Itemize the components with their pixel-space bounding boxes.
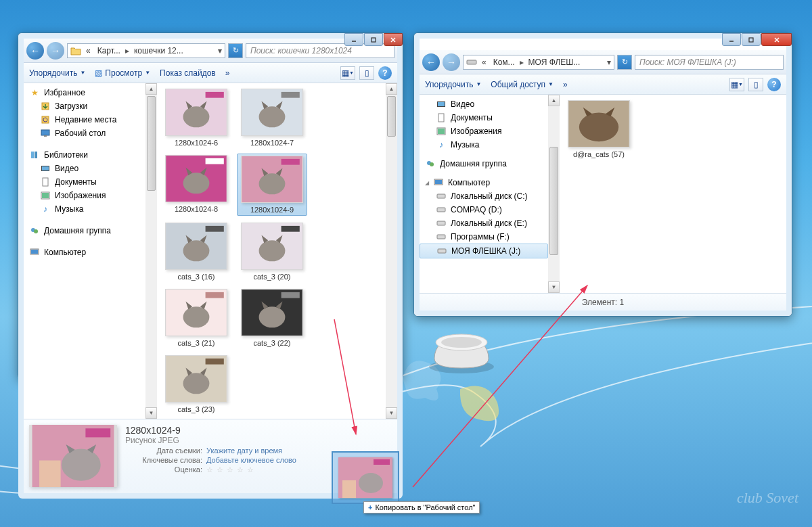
files-scrollbar[interactable]: ▲ ▼ — [386, 83, 397, 419]
forward-button[interactable]: → — [443, 53, 460, 71]
refresh-button[interactable]: ↻ — [228, 43, 243, 58]
sidebar-item-documents[interactable]: Документы — [420, 111, 548, 124]
breadcrumb[interactable]: « Карт...▸ кошечки 12... ▾ — [67, 43, 225, 58]
desktop-drive-icon[interactable] — [424, 326, 499, 377]
preview-pane-button[interactable]: ▯ — [748, 78, 763, 91]
titlebar[interactable] — [18, 33, 403, 39]
file-thumbnail[interactable]: 1280x1024-9 — [237, 154, 307, 216]
titlebar[interactable] — [414, 33, 792, 50]
libraries-icon — [29, 150, 40, 160]
file-thumbnail[interactable]: cats_3 (23) — [161, 354, 231, 415]
toolbar: Упорядочить ▼ ▧ Просмотр ▼ Показ слайдов… — [24, 63, 397, 83]
svg-rect-57 — [438, 102, 445, 106]
back-button[interactable]: ← — [422, 53, 440, 71]
view-mode-button[interactable]: ▦▼ — [340, 66, 355, 80]
svg-point-37 — [259, 240, 286, 261]
drive-icon — [436, 231, 447, 242]
video-icon — [40, 163, 51, 174]
svg-point-71 — [579, 112, 618, 141]
maximize-button[interactable] — [364, 33, 383, 46]
svg-rect-55 — [467, 60, 476, 64]
svg-rect-39 — [206, 292, 224, 298]
details-keywords[interactable]: Добавьте ключевое слово — [206, 456, 296, 464]
documents-icon — [40, 177, 51, 187]
file-thumbnail[interactable]: 1280x1024-7 — [237, 87, 307, 148]
sidebar-item-music[interactable]: ♪Музыка — [420, 138, 548, 152]
sidebar-homegroup[interactable]: Домашняя группа — [420, 157, 548, 170]
slideshow-button[interactable]: Показ слайдов — [160, 68, 216, 78]
sidebar-item-drive-c[interactable]: Локальный диск (C:) — [420, 189, 548, 203]
breadcrumb[interactable]: « Ком...▸ МОЯ ФЛЕШ... ▾ — [463, 55, 614, 70]
drive-icon — [436, 191, 447, 202]
sidebar-item-pictures[interactable]: Изображения — [24, 189, 145, 202]
file-thumbnail[interactable]: 1280x1024-6 — [161, 87, 231, 148]
file-thumbnail[interactable]: cats_3 (22) — [237, 288, 307, 348]
organize-button[interactable]: Упорядочить ▼ — [425, 80, 481, 89]
svg-rect-8 — [44, 135, 47, 137]
share-button[interactable]: Общий доступ ▼ — [491, 80, 554, 89]
minimize-button[interactable] — [722, 33, 741, 46]
sidebar-computer[interactable]: Компьютер — [24, 246, 145, 259]
sidebar-item-recent[interactable]: Недавние места — [24, 113, 145, 127]
sidebar-libraries-head[interactable]: Библиотеки — [24, 148, 145, 162]
sidebar-item-pictures[interactable]: Изображения — [420, 124, 548, 138]
refresh-button[interactable]: ↻ — [617, 55, 632, 70]
forward-button[interactable]: → — [47, 42, 64, 60]
file-thumbnail[interactable]: cats_3 (21) — [161, 288, 231, 348]
sidebar-item-drive-e[interactable]: Локальный диск (E:) — [420, 216, 548, 230]
sidebar-item-music[interactable]: ♪Музыка — [24, 202, 145, 216]
help-button[interactable]: ? — [378, 66, 392, 80]
pictures-icon — [436, 126, 447, 137]
drag-ghost — [332, 451, 399, 504]
sidebar-favorites-head[interactable]: ★Избранное — [24, 86, 145, 99]
sidebar-item-desktop[interactable]: Рабочий стол — [24, 127, 145, 140]
close-button[interactable] — [384, 33, 403, 46]
details-filename: 1280x1024-9 — [125, 425, 392, 436]
organize-button[interactable]: Упорядочить ▼ — [29, 68, 85, 78]
sidebar-item-downloads[interactable]: Загрузки — [24, 99, 145, 113]
sidebar-item-drive-j[interactable]: МОЯ ФЛЕШКА (J:) — [420, 244, 548, 258]
file-thumbnail[interactable]: 1280x1024-8 — [161, 154, 231, 216]
more-button[interactable]: » — [225, 68, 230, 78]
svg-rect-12 — [42, 166, 49, 170]
details-date[interactable]: Укажите дату и время — [206, 446, 282, 455]
sidebar-scrollbar[interactable]: ▲ ▼ — [145, 83, 157, 419]
search-input[interactable]: Поиск: МОЯ ФЛЕШКА (J:) — [635, 55, 784, 70]
preview-button[interactable]: ▧ Просмотр ▼ — [95, 68, 150, 78]
sidebar-computer[interactable]: ◢Компьютер — [420, 176, 548, 189]
sidebar-item-documents[interactable]: Документы — [24, 175, 145, 189]
svg-rect-19 — [31, 250, 38, 254]
file-thumbnail[interactable]: cats_3 (16) — [161, 221, 231, 282]
svg-rect-24 — [281, 92, 300, 98]
file-thumbnail[interactable]: cats_3 (20) — [237, 221, 307, 282]
details-rating[interactable]: ☆ ☆ ☆ ☆ ☆ — [206, 465, 254, 474]
preview-pane-button[interactable]: ▯ — [359, 66, 374, 80]
svg-point-22 — [183, 106, 210, 127]
navigation-pane: Видео Документы Изображения ♪Музыка Дома… — [420, 95, 548, 293]
minimize-button[interactable] — [344, 33, 363, 46]
svg-rect-58 — [438, 114, 444, 122]
svg-rect-80 — [342, 480, 356, 498]
back-button[interactable]: ← — [26, 42, 44, 60]
navigation-pane: ★Избранное Загрузки Недавние места Рабоч… — [24, 83, 145, 419]
close-button[interactable] — [761, 33, 792, 46]
svg-rect-27 — [206, 158, 224, 164]
file-thumbnail[interactable]: d@ra_cats (57) — [564, 99, 634, 160]
more-button[interactable]: » — [563, 80, 568, 89]
music-icon: ♪ — [436, 139, 447, 150]
view-mode-button[interactable]: ▦▼ — [729, 78, 744, 91]
sidebar-item-videos[interactable]: Видео — [24, 162, 145, 175]
sidebar-item-videos[interactable]: Видео — [420, 97, 548, 111]
sidebar-item-drive-d[interactable]: COMPAQ (D:) — [420, 203, 548, 216]
sidebar-item-drive-f[interactable]: Программы (F:) — [420, 230, 548, 244]
recent-icon — [40, 114, 51, 125]
sidebar-scrollbar[interactable]: ▲ ▼ — [548, 95, 560, 293]
files-pane[interactable]: 1280x1024-6 1280x1024-7 1280x1024-8 1280… — [157, 83, 386, 419]
files-pane[interactable]: d@ra_cats (57) — [560, 95, 786, 293]
svg-point-40 — [183, 306, 210, 327]
sidebar-homegroup[interactable]: Домашняя группа — [24, 224, 145, 237]
help-button[interactable]: ? — [767, 78, 781, 91]
maximize-button[interactable] — [742, 33, 761, 46]
svg-rect-65 — [437, 194, 445, 198]
svg-point-17 — [34, 229, 38, 233]
